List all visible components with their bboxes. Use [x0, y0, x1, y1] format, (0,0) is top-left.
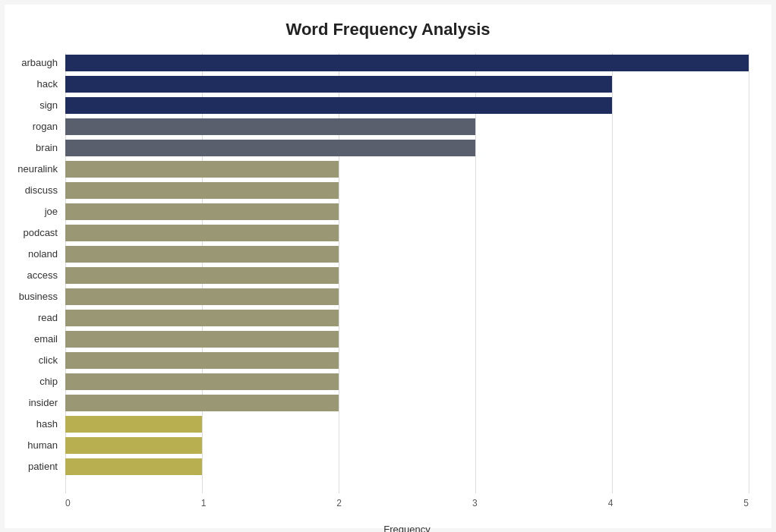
bar-row: arbaugh	[65, 53, 749, 73]
x-tick: 5	[743, 498, 749, 508]
bar-label: podcast	[5, 227, 65, 238]
bar-label: arbaugh	[5, 57, 65, 68]
bar-fill	[65, 161, 339, 178]
chart-title: Word Frequency Analysis	[27, 20, 749, 39]
x-tick: 2	[336, 498, 342, 508]
bar-row: human	[65, 436, 749, 455]
bar-fill	[65, 437, 202, 454]
bar-fill	[65, 246, 339, 263]
bar-label: access	[5, 269, 65, 281]
bar-track	[65, 225, 749, 241]
bar-row: discuss	[65, 181, 749, 200]
bar-track	[65, 76, 749, 93]
bar-track	[65, 458, 749, 475]
bar-row: sign	[65, 96, 749, 115]
bar-row: read	[65, 308, 749, 328]
grid-line	[749, 53, 749, 493]
bar-row: click	[65, 351, 749, 370]
bar-track	[65, 182, 749, 199]
bar-label: insider	[5, 397, 65, 408]
bar-label: discuss	[5, 184, 65, 196]
bar-row: podcast	[65, 223, 749, 243]
bar-fill	[65, 288, 339, 305]
bar-track	[65, 288, 749, 305]
bar-track	[65, 161, 749, 178]
bar-fill	[65, 118, 475, 135]
bar-row: brain	[65, 138, 749, 158]
bar-track	[65, 97, 749, 114]
bar-label: patient	[5, 461, 65, 472]
bar-fill	[65, 458, 202, 475]
bar-row: insider	[65, 393, 749, 413]
x-tick: 3	[472, 498, 478, 508]
bar-row: business	[65, 287, 749, 307]
bar-row: hash	[65, 414, 749, 434]
chart-container: Word Frequency Analysis arbaughhacksignr…	[5, 5, 771, 528]
bar-fill	[65, 203, 339, 220]
bar-fill	[65, 182, 339, 199]
bar-label: hack	[5, 78, 65, 90]
bar-label: business	[5, 291, 65, 302]
bar-track	[65, 267, 749, 284]
bar-track	[65, 352, 749, 369]
bar-label: sign	[5, 99, 65, 111]
x-ticks: 012345	[65, 498, 749, 508]
bar-label: human	[5, 439, 65, 451]
bar-fill	[65, 416, 202, 433]
bar-fill	[65, 76, 612, 93]
bar-row: access	[65, 266, 749, 285]
bar-track	[65, 395, 749, 411]
x-axis: 012345	[65, 498, 749, 521]
bar-label: read	[5, 312, 65, 323]
bar-row: patient	[65, 457, 749, 477]
bar-fill	[65, 395, 339, 411]
bar-row: hack	[65, 74, 749, 94]
bar-label: rogan	[5, 121, 65, 132]
bar-label: neuralink	[5, 163, 65, 175]
bar-row: chip	[65, 372, 749, 392]
bar-fill	[65, 267, 339, 284]
x-tick: 0	[65, 498, 71, 508]
bar-row: noland	[65, 244, 749, 264]
bar-track	[65, 203, 749, 220]
bar-fill	[65, 225, 339, 241]
bar-track	[65, 55, 749, 71]
bar-track	[65, 437, 749, 454]
bar-fill	[65, 352, 339, 369]
chart-area: arbaughhacksignroganbrainneuralinkdiscus…	[65, 53, 749, 493]
bar-label: hash	[5, 418, 65, 430]
bar-label: click	[5, 354, 65, 366]
bar-row: email	[65, 329, 749, 349]
bar-track	[65, 310, 749, 326]
bar-track	[65, 373, 749, 390]
bar-track	[65, 331, 749, 348]
bar-label: email	[5, 333, 65, 345]
bar-fill	[65, 55, 749, 71]
bar-fill	[65, 373, 339, 390]
x-axis-label: Frequency	[65, 524, 749, 533]
bar-label: brain	[5, 142, 65, 153]
bar-row: joe	[65, 202, 749, 222]
bar-fill	[65, 331, 339, 348]
bar-label: chip	[5, 376, 65, 387]
bar-fill	[65, 140, 475, 156]
bar-track	[65, 118, 749, 135]
bar-row: rogan	[65, 117, 749, 137]
bar-label: joe	[5, 206, 65, 217]
x-tick: 1	[201, 498, 207, 508]
bar-row: neuralink	[65, 159, 749, 179]
bar-track	[65, 246, 749, 263]
bar-fill	[65, 310, 339, 326]
x-tick: 4	[608, 498, 614, 508]
bar-fill	[65, 97, 612, 114]
bar-track	[65, 416, 749, 433]
bar-track	[65, 140, 749, 156]
bar-label: noland	[5, 248, 65, 260]
